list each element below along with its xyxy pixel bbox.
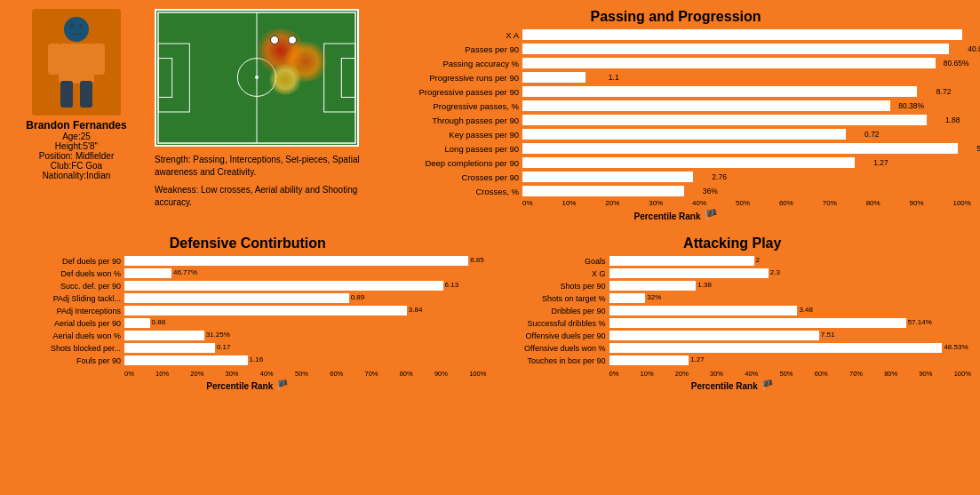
bar-label: Fouls per 90	[9, 356, 124, 365]
bar-label: Long passes per 90	[380, 144, 522, 154]
axis-label: 100%	[469, 370, 486, 378]
axis-label: 80%	[884, 370, 897, 378]
bar-value: 48.53%	[942, 343, 968, 351]
bar-area: 2.76	[522, 172, 971, 182]
bar-value: 57.14%	[906, 318, 932, 326]
chart-row: Key passes per 900.72	[380, 128, 971, 140]
defensive-percentile-label: Percentile Rank	[206, 381, 273, 391]
bar-fill	[610, 281, 697, 291]
axis-label: 40%	[260, 370, 274, 378]
bar-area: 36%	[522, 186, 971, 196]
bar-area: 80.38%	[522, 100, 971, 111]
bar-value: 6.13	[443, 281, 459, 289]
bar-fill: 8.72	[522, 86, 917, 97]
bar-fill	[610, 268, 769, 278]
bar-fill	[124, 331, 204, 340]
svg-rect-14	[324, 44, 355, 112]
axis-label: 0%	[610, 370, 619, 378]
svg-point-6	[70, 24, 74, 28]
svg-rect-12	[158, 44, 189, 112]
bar-label: Crosses, %	[380, 187, 522, 196]
chart-row: Passes per 9040.8	[380, 43, 971, 55]
field-lines-icon	[156, 11, 357, 145]
svg-rect-4	[60, 81, 73, 108]
bar-area: 48.53%	[610, 343, 972, 353]
bar-label: Successful dribbles %	[494, 319, 610, 328]
attacking-chart: Goals2X G2.3Shots per 901.38Shots on tar…	[494, 255, 972, 367]
bar-area: 5.13	[522, 143, 971, 154]
bar-label: Deep completions per 90	[380, 158, 522, 168]
bar-fill	[124, 343, 215, 353]
bar-value: 1.27	[873, 158, 888, 167]
bar-fill	[610, 293, 646, 303]
svg-rect-1	[59, 44, 94, 84]
bar-fill	[124, 256, 468, 266]
bar-value: 32%	[645, 293, 661, 301]
bar-fill	[610, 306, 798, 315]
bar-fill: 80.65%	[522, 58, 936, 68]
bar-fill: 36%	[522, 186, 684, 196]
bar-label: PAdj Sliding tackl...	[9, 294, 124, 303]
defensive-title: Defensive Contirbution	[9, 236, 487, 251]
bar-value: 3.84	[407, 306, 423, 314]
bar-label: Passes per 90	[380, 44, 522, 54]
bar-label: Progressive runs per 90	[380, 73, 522, 83]
bar-fill: 40.8	[522, 44, 949, 54]
player-position: Position: Midfielder	[26, 151, 126, 161]
bottom-container: Defensive Contirbution Def duels per 906…	[5, 232, 975, 395]
chart-row: Shots on target %32%	[494, 292, 972, 304]
bar-label: X A	[380, 30, 522, 40]
bar-fill	[124, 268, 171, 278]
bar-label: Shots blocked per...	[9, 344, 124, 353]
bar-label: Progressive passes, %	[380, 101, 522, 111]
svg-rect-5	[80, 81, 92, 108]
bar-label: X G	[494, 269, 610, 278]
bar-label: Def duels won %	[9, 269, 124, 278]
bar-fill: 4.07	[522, 29, 962, 40]
heatmap-section: Strength: Passing, Interceptions, Set-pi…	[151, 5, 373, 225]
bar-area: 1.16	[124, 355, 487, 365]
axis-label: 20%	[605, 199, 619, 207]
heat-blob-3	[267, 64, 303, 95]
bar-area: 46.77%	[124, 268, 487, 278]
bar-label: Offensive duels per 90	[494, 331, 610, 340]
bar-area: 8.72	[522, 86, 971, 97]
player-club: Club:FC Goa	[26, 161, 126, 171]
defensive-chart: Def duels per 906.85Def duels won %46.77…	[9, 255, 487, 367]
axis-label: 70%	[849, 370, 863, 378]
chart-row: Succ. def. per 906.13	[9, 280, 487, 291]
svg-point-7	[79, 24, 83, 28]
def-flag-icon: 🏴	[276, 379, 289, 391]
axis-label: 50%	[780, 370, 793, 378]
player-silhouette-icon	[41, 13, 112, 111]
bar-area: 1.27	[522, 157, 971, 168]
defensive-section: Defensive Contirbution Def duels per 906…	[9, 236, 487, 391]
bar-fill: 80.38%	[522, 100, 890, 111]
defensive-axis: 0%10%20%30%40%50%60%70%80%90%100%	[124, 370, 487, 378]
svg-rect-13	[158, 59, 172, 98]
bar-area: 0.72	[522, 129, 971, 140]
bar-area: 1.27	[610, 355, 972, 365]
bar-label: Key passes per 90	[380, 130, 522, 140]
passing-chart: X A4.07Passes per 9040.8Passing accuracy…	[380, 28, 971, 197]
bar-area: 40.8	[522, 44, 971, 54]
axis-label: 0%	[522, 199, 533, 207]
player-strength: Strength: Passing, Interceptions, Set-pi…	[155, 154, 370, 179]
chart-row: Long passes per 905.13	[380, 142, 971, 155]
bar-label: Through passes per 90	[380, 116, 522, 125]
chart-row: Shots blocked per...0.17	[9, 342, 487, 354]
svg-rect-2	[48, 44, 60, 75]
chart-row: Offensive duels per 907.51	[494, 330, 972, 341]
axis-label: 40%	[745, 370, 758, 378]
chart-row: Progressive passes, %80.38%	[380, 100, 971, 112]
bar-label: Aerial duels per 90	[9, 319, 124, 328]
bar-area: 0.88	[124, 318, 487, 328]
bar-fill	[610, 343, 943, 353]
attacking-axis: 0%10%20%30%40%50%60%70%80%90%100%	[610, 370, 972, 378]
axis-label: 0%	[124, 370, 134, 378]
bar-fill	[610, 318, 906, 328]
bar-area: 6.85	[124, 256, 487, 266]
bar-value: 2	[754, 256, 760, 264]
bar-value: 7.51	[819, 331, 835, 339]
chart-row: Offensive duels won %48.53%	[494, 342, 972, 354]
